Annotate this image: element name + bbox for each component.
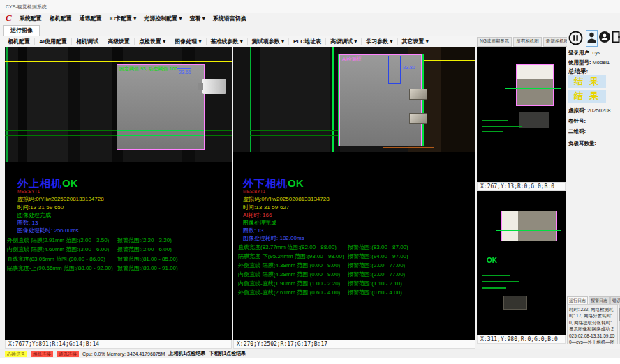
- virtual-code-row: 虚拟码: 20250208: [568, 107, 610, 114]
- overlay-text-line: [482, 281, 519, 282]
- elapsed-line: 图像处理耗时: 182.00ms: [243, 234, 304, 242]
- window-title: CYS-视觉检测系统: [6, 4, 47, 9]
- alarm-range: 报警范围:(2.20 - 3.20): [117, 236, 172, 244]
- camera-connection-badge: 相机连接: [31, 351, 53, 357]
- measure-line: [496, 225, 561, 225]
- film-roi-box: 固定阈值:93, 动态阈值:100: [117, 64, 205, 150]
- tool-spot-check[interactable]: 点检设置 ▾: [134, 38, 170, 45]
- camera-thumbnail: [501, 211, 557, 241]
- edge-green-line: [6, 47, 8, 162]
- measurement-row: 隔膜宽度-上(90.56mm 范围:(88.00 - 92.00): [7, 264, 113, 272]
- left-camera-panel[interactable]: 固定阈值:93, 动态阈值:100 23.66 外上相机OK MES:BYT1 …: [5, 47, 232, 340]
- tool-advanced-debug[interactable]: 高级调试 ▾: [325, 38, 361, 45]
- result-ok-text: OK: [288, 177, 304, 189]
- menu-light-config[interactable]: 光源控制配置 ▾: [144, 15, 182, 22]
- menubar: C 系统配置 相机配置 通讯配置 IO卡配置 ▾ 光源控制配置 ▾ 查看 ▾ 系…: [0, 13, 620, 24]
- camera-thumbnail: [516, 64, 554, 106]
- overlay-text-line: [482, 287, 506, 289]
- tool-baseline-params[interactable]: 基准线参数 ▾: [206, 38, 247, 45]
- measurement-row: 内侧直线-隔膜(4.28mm 范围:(0.00 - 9.00): [238, 271, 340, 278]
- measure-line-bright: [117, 130, 204, 131]
- pause-button[interactable]: [568, 31, 583, 48]
- center-camera-panel[interactable]: AI检测框 23.80 外下相机OK MES:BYT1 虚拟码:0fYIiw20…: [233, 47, 475, 340]
- tool-other-settings[interactable]: 其它设置 ▾: [397, 38, 433, 45]
- tab-count-label: 负极耳数量:: [568, 140, 596, 146]
- defect-thumbnail: [409, 89, 427, 100]
- left-pixel-readout: X:7677;Y:891;R:14;G:14;B:14: [5, 340, 232, 349]
- pause-icon: [568, 31, 583, 45]
- measure-vline: [250, 47, 251, 152]
- right-panel-tabs: NG或周期显示 所有相机图 最新相机图: [477, 37, 571, 47]
- statusbar: 心跳信号 相机连接 通讯连接 Cpu: 0.0% Memory: 3424.41…: [0, 349, 620, 358]
- tool-advanced-settings[interactable]: 高级设置: [103, 38, 134, 45]
- bottom-strip: [0, 358, 620, 364]
- menu-camera-config[interactable]: 相机配置: [50, 15, 72, 22]
- tab-all-camera-images[interactable]: 所有相机图: [513, 37, 542, 47]
- tool-plc-address[interactable]: PLC地址表: [288, 38, 325, 45]
- alarm-range: 报警范围:(81.00 - 85.00): [117, 255, 178, 263]
- tool-image-processing[interactable]: 图像处理 ▾: [170, 38, 205, 45]
- measurement-row: 直线宽度(83.77mm 范围:(82.00 - 88.00): [238, 243, 337, 251]
- heartbeat-badge: 心跳信号: [5, 351, 27, 357]
- roi-edge-line: [338, 54, 339, 146]
- time-line: 时间:13-31-59-650: [17, 204, 64, 211]
- menu-io-config[interactable]: IO卡配置 ▾: [110, 15, 137, 22]
- measurement-row: 外侧直线-直线(2.61mm 范围:(0.60 - 4.00): [238, 289, 340, 296]
- user-icon: [586, 31, 597, 45]
- tab-count-row: 负极耳数量:: [568, 140, 596, 147]
- threshold-overlay-text: 固定阈值:93, 动态阈值:100: [119, 66, 177, 73]
- menu-system-config[interactable]: 系统配置: [20, 15, 42, 22]
- cpu-memory-readout: Cpu: 0.0% Memory: 3424.41796875M: [82, 351, 165, 356]
- baseline-yellow-line: [5, 61, 232, 62]
- tool-learning-params[interactable]: 学习参数 ▾: [361, 38, 397, 45]
- right-bottom-pixel-readout: X:311;Y:980;R:0;G:0;B:0: [477, 335, 566, 344]
- overlay-text-line: [482, 120, 508, 121]
- ai-box-label: AI检测框: [342, 56, 362, 63]
- tab-ng-cycle-display[interactable]: NG或周期显示: [477, 37, 512, 47]
- right-bottom-camera-panel[interactable]: OK: [477, 191, 566, 335]
- elapsed-line: 图像处理耗时: 256.00ms: [17, 227, 79, 234]
- camera-thumbnail-dark: [503, 296, 527, 310]
- menu-comm-config[interactable]: 通讯配置: [80, 15, 102, 22]
- measurement-row: 内侧直线-隔膜(4.60mm 范围:(3.00 - 6.00): [7, 245, 109, 253]
- left-camera-image: 固定阈值:93, 动态阈值:100 23.66: [5, 47, 232, 162]
- camera-name: 外下相机: [243, 178, 288, 189]
- measurement-row: 外侧直线-隔膜(4.38mm 范围:(0.00 - 9.00): [238, 261, 340, 269]
- qrcode-row: 二维码:: [568, 128, 586, 135]
- measure-tag: 23.66: [177, 68, 191, 75]
- user-dark-icon: [599, 31, 610, 43]
- alarm-range: 报警范围:(0.60 - 4.00): [348, 289, 402, 296]
- measure-line: [496, 230, 561, 231]
- tab-run-image[interactable]: 运行图像: [3, 25, 40, 36]
- measurement-row: 外侧直线-隔膜(2.91mm 范围:(2.00 - 3.50): [7, 236, 109, 244]
- alarm-range: 报警范围:(2.00 - 77.00): [348, 261, 405, 269]
- measurement-row: 隔膜宽度-下(95.24mm 范围:(93.00 - 98.00): [238, 252, 344, 260]
- menu-language-switch[interactable]: 系统语言切换: [213, 15, 246, 22]
- gripper-part: [202, 79, 226, 94]
- model-label: 使用型号:: [568, 59, 591, 66]
- tool-camera-config[interactable]: 相机配置: [3, 38, 34, 45]
- menu-view[interactable]: 查看 ▾: [190, 15, 205, 22]
- login-user-row: 登录用户: cys: [568, 50, 600, 56]
- alarm-range: 报警范围:(83.00 - 87.00): [348, 243, 408, 251]
- upper-camera-check-link[interactable]: 上相机1点检结果: [168, 350, 205, 357]
- lower-camera-check-link[interactable]: 下相机1点检结果: [209, 350, 246, 357]
- user-mode-button[interactable]: [586, 30, 598, 47]
- model-row: 使用型号: Model1: [568, 59, 610, 66]
- right-top-camera-panel[interactable]: [477, 47, 566, 182]
- tool-camera-debug[interactable]: 相机调试: [71, 38, 103, 45]
- overlay-text-line: [482, 131, 503, 132]
- tool-test-params[interactable]: 测试项参数 ▾: [247, 38, 288, 45]
- tool-ai-config[interactable]: AI使用配置: [34, 38, 71, 45]
- loop-count-line: 圈数: 13: [243, 227, 263, 234]
- alarm-range: 报警范围:(2.00 - 6.00): [117, 245, 172, 253]
- log-text[interactable]: 耗时: 222, 网络检测耗时: 17, 网络分发耗时: 0, 网络提取分区耗时…: [567, 304, 618, 344]
- login-user-label: 登录用户:: [568, 50, 591, 56]
- virtual-code-label: 虚拟码:: [568, 107, 586, 114]
- app-window: CYS-视觉检测系统 C 系统配置 相机配置 通讯配置 IO卡配置 ▾ 光源控制…: [0, 0, 620, 364]
- overlay-text-line: [482, 126, 522, 127]
- virtual-code-line: 虚拟码:0fYIiw20250208133134728: [243, 195, 330, 203]
- admin-mode-button[interactable]: [599, 31, 610, 43]
- comm-connection-badge: 通讯连接: [57, 351, 79, 357]
- logout-button[interactable]: [612, 31, 620, 46]
